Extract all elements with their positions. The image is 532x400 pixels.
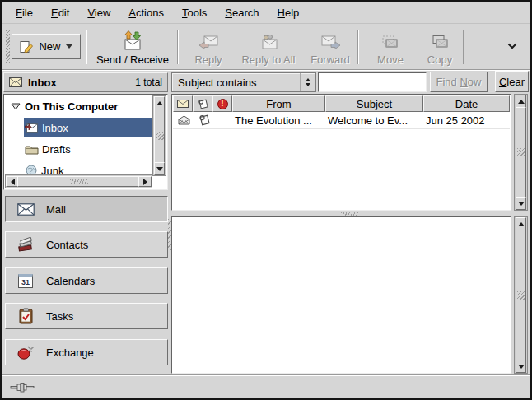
scroll-down-button[interactable]: [516, 360, 526, 373]
scroll-down-button[interactable]: [154, 162, 165, 175]
calendar-day-number: 31: [21, 278, 30, 286]
scrollbar-thumb[interactable]: [154, 109, 165, 163]
column-header-subject[interactable]: Subject: [325, 95, 423, 112]
contacts-icon: [16, 236, 35, 253]
new-dropdown-chevron-icon[interactable]: [66, 44, 72, 49]
scroll-up-button[interactable]: [516, 95, 526, 108]
preview-pane-vscrollbar[interactable]: [514, 216, 528, 374]
important-icon: !: [217, 99, 228, 109]
message-status-icon: [177, 100, 189, 108]
menu-tools[interactable]: Tools: [173, 3, 216, 22]
message-from-cell: The Evolution ...: [232, 114, 325, 127]
exchange-plug-icon: [16, 344, 35, 360]
menu-edit[interactable]: Edit: [42, 3, 78, 22]
column-label-subject: Subject: [357, 98, 392, 110]
attachment-icon: [198, 114, 210, 126]
switcher-label: Calendars: [46, 275, 95, 287]
folder-tree: On This Computer Inbox Drafts Junk: [3, 94, 168, 190]
switcher-button-contacts[interactable]: Contacts: [5, 231, 168, 258]
toolbar-overflow-button[interactable]: [504, 40, 520, 53]
inbox-envelope-icon: [9, 77, 22, 87]
reply-to-all-label: Reply to All: [241, 53, 295, 66]
switcher-label: Tasks: [46, 310, 73, 323]
folder-tree-vscrollbar[interactable]: [152, 95, 166, 176]
tasks-icon: [16, 308, 35, 324]
menu-view[interactable]: View: [78, 3, 119, 22]
forward-label: Forward: [310, 53, 350, 66]
switcher-label: Exchange: [46, 347, 94, 359]
send-receive-icon: [122, 30, 143, 51]
menu-help[interactable]: Help: [268, 3, 309, 22]
scrollbar-thumb[interactable]: [516, 107, 526, 198]
search-input[interactable]: [319, 73, 426, 91]
splitter-grip[interactable]: [341, 212, 359, 216]
folder-tree-hscrollbar[interactable]: [5, 174, 152, 188]
column-header-status[interactable]: [173, 95, 193, 112]
toolbar-grip-handle[interactable]: [6, 30, 10, 63]
switcher-button-calendars[interactable]: 31 Calendars: [5, 267, 168, 294]
chevron-down-icon: [507, 43, 517, 49]
reply-to-all-icon: [258, 35, 279, 51]
drafts-folder-icon: [25, 144, 39, 155]
preview-pane[interactable]: [171, 216, 511, 374]
message-list: ! From Subject Date The Evolution ... We…: [171, 94, 511, 211]
copy-icon: [430, 35, 450, 51]
column-header-important[interactable]: !: [212, 95, 232, 112]
menu-search[interactable]: Search: [216, 3, 268, 22]
message-subject-cell: Welcome to Ev...: [325, 114, 423, 127]
read-open-envelope-icon: [178, 115, 190, 125]
search-input-wrap: [318, 72, 427, 92]
toolbar-separator: [463, 30, 464, 64]
clear-button[interactable]: Clear: [495, 71, 529, 92]
menu-actions[interactable]: Actions: [119, 3, 173, 22]
reply-to-all-button: Reply to All: [234, 27, 303, 66]
scrollbar-thumb[interactable]: [17, 176, 140, 187]
menu-file[interactable]: File: [7, 3, 42, 22]
scroll-up-button[interactable]: [154, 96, 165, 109]
tree-item-junk[interactable]: Junk: [5, 160, 154, 176]
scroll-right-button[interactable]: [138, 176, 152, 187]
column-header-date[interactable]: Date: [423, 95, 510, 112]
tree-item-inbox[interactable]: Inbox: [5, 117, 154, 138]
combo-arrows-icon[interactable]: [300, 73, 315, 91]
scrollbar-thumb[interactable]: [516, 230, 526, 360]
folder-title: Inbox: [28, 77, 57, 89]
calendar-icon: 31: [16, 272, 35, 289]
scroll-up-button[interactable]: [516, 217, 526, 230]
message-list-vscrollbar[interactable]: [514, 94, 528, 211]
toolbar-separator: [86, 30, 87, 64]
new-button[interactable]: New: [12, 34, 81, 59]
clear-label: Clear: [499, 76, 525, 88]
mail-icon: [16, 201, 35, 217]
inbox-folder-icon: [25, 122, 39, 133]
switcher-button-exchange[interactable]: Exchange: [5, 339, 168, 365]
folder-tree-content: On This Computer Inbox Drafts Junk: [5, 95, 154, 176]
column-header-from[interactable]: From: [232, 95, 325, 112]
message-row[interactable]: The Evolution ... Welcome to Ev... Jun 2…: [173, 112, 510, 129]
tree-root-label: On This Computer: [25, 100, 118, 113]
folder-message-count: 1 total: [135, 77, 162, 88]
forward-icon: [320, 35, 341, 51]
send-receive-button[interactable]: Send / Receive: [91, 27, 175, 66]
column-header-attachment[interactable]: [193, 95, 212, 112]
message-list-header: ! From Subject Date: [173, 95, 510, 112]
switcher-button-tasks[interactable]: Tasks: [5, 303, 168, 329]
switcher-button-mail[interactable]: Mail: [5, 196, 168, 222]
move-button: Move: [367, 27, 413, 66]
tree-expander-icon[interactable]: [11, 103, 21, 110]
tree-root-on-this-computer[interactable]: On This Computer: [5, 95, 154, 117]
tree-item-label: Drafts: [42, 143, 71, 156]
online-status-connector-icon[interactable]: [10, 382, 35, 393]
copy-label: Copy: [427, 53, 452, 66]
evolution-window: File Edit View Actions Tools Search Help…: [0, 0, 532, 400]
switcher-label: Contacts: [46, 239, 88, 251]
tree-item-drafts[interactable]: Drafts: [5, 138, 154, 160]
scroll-down-button[interactable]: [516, 197, 526, 210]
attachment-icon: [198, 99, 208, 109]
switcher-label: Mail: [46, 203, 66, 216]
statusbar: [2, 376, 530, 398]
folder-title-bar: Inbox 1 total: [3, 72, 168, 92]
toolbar-bottom-separator: [2, 69, 530, 71]
search-criteria-dropdown[interactable]: Subject contains: [171, 72, 316, 92]
message-status-cell: [173, 115, 193, 125]
